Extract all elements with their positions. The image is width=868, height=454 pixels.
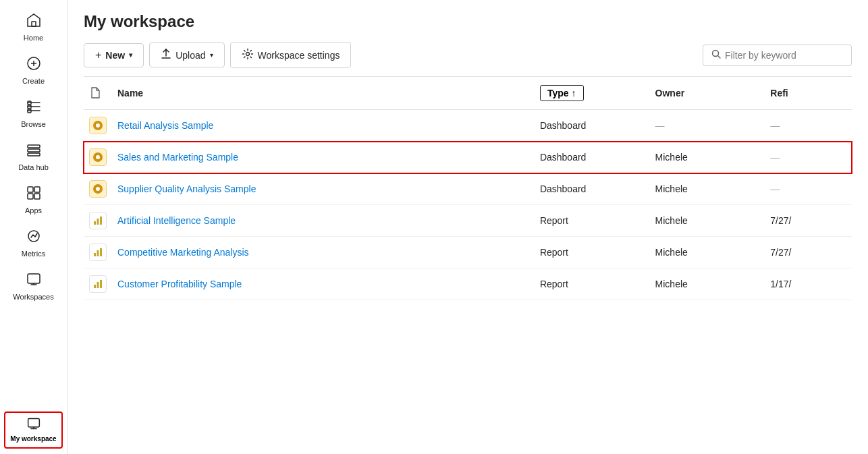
upload-button[interactable]: Upload ▾ xyxy=(149,42,224,67)
svg-rect-18 xyxy=(28,419,39,428)
row-name-cell[interactable]: Retail Analysis Sample xyxy=(112,110,535,142)
svg-rect-13 xyxy=(34,194,40,199)
search-icon xyxy=(711,49,721,61)
row-refreshed-cell: 7/27/ xyxy=(765,237,852,268)
svg-rect-35 xyxy=(94,253,96,256)
sidebar-item-home[interactable]: Home xyxy=(0,5,67,49)
svg-rect-33 xyxy=(97,219,99,225)
row-type-cell: Dashboard xyxy=(535,173,650,205)
table-row[interactable]: Retail Analysis SampleDashboard—— xyxy=(84,110,852,142)
sidebar-label-workspaces: Workspaces xyxy=(13,293,53,301)
svg-rect-9 xyxy=(28,153,40,156)
row-refreshed-cell: 1/17/ xyxy=(765,268,852,300)
report-icon xyxy=(89,212,107,229)
create-icon xyxy=(26,55,42,74)
workspace-settings-button[interactable]: Workspace settings xyxy=(230,42,352,68)
row-icon-cell xyxy=(84,237,112,268)
row-owner-cell: Michele xyxy=(650,268,765,300)
svg-rect-0 xyxy=(32,22,36,26)
svg-rect-15 xyxy=(28,274,40,283)
row-type-cell: Report xyxy=(535,268,650,300)
sidebar-item-workspaces[interactable]: Workspaces xyxy=(0,264,67,308)
sidebar: Home Create Browse xyxy=(0,0,67,454)
row-refreshed-cell: — xyxy=(765,173,852,205)
plus-icon: + xyxy=(95,49,101,61)
header: My workspace + New ▾ Upload ▾ xyxy=(67,0,868,77)
row-name-cell[interactable]: Customer Profitability Sample xyxy=(112,268,535,300)
sidebar-bottom: My workspace xyxy=(0,409,67,454)
table-area: Name Type ↑ Owner Refi xyxy=(67,77,868,454)
workspaces-icon xyxy=(26,271,42,290)
svg-line-25 xyxy=(718,55,721,58)
table-row[interactable]: Sales and Marketing SampleDashboardMiche… xyxy=(84,142,852,173)
metrics-icon xyxy=(26,228,42,247)
row-icon-cell xyxy=(84,110,112,142)
settings-icon xyxy=(242,48,254,62)
row-owner-cell: Michele xyxy=(650,173,765,205)
svg-rect-10 xyxy=(28,187,33,192)
svg-point-31 xyxy=(96,187,100,191)
upload-chevron-icon: ▾ xyxy=(210,51,213,59)
upload-label: Upload xyxy=(175,50,205,61)
row-owner-cell: Michele xyxy=(650,205,765,237)
row-refreshed-cell: — xyxy=(765,142,852,173)
row-icon-cell xyxy=(84,142,112,173)
sidebar-item-my-workspace[interactable]: My workspace xyxy=(4,412,63,449)
filter-input-wrapper[interactable] xyxy=(703,45,852,66)
upload-icon xyxy=(161,49,171,61)
table-row[interactable]: Competitive Marketing AnalysisReportMich… xyxy=(84,237,852,268)
sidebar-item-metrics[interactable]: Metrics xyxy=(0,221,67,264)
sidebar-label-metrics: Metrics xyxy=(22,250,45,258)
browse-icon xyxy=(26,98,42,117)
col-type-header[interactable]: Type ↑ xyxy=(535,77,650,110)
sidebar-item-create[interactable]: Create xyxy=(0,49,67,92)
row-type-cell: Report xyxy=(535,237,650,268)
table-header: Name Type ↑ Owner Refi xyxy=(84,77,852,110)
row-type-cell: Report xyxy=(535,205,650,237)
sidebar-label-browse: Browse xyxy=(21,120,46,128)
sidebar-item-browse[interactable]: Browse xyxy=(0,92,67,135)
svg-rect-39 xyxy=(97,282,99,288)
svg-rect-37 xyxy=(100,248,102,256)
apps-icon xyxy=(26,185,42,204)
toolbar: + New ▾ Upload ▾ xyxy=(84,42,852,77)
row-name-cell[interactable]: Sales and Marketing Sample xyxy=(112,142,535,173)
row-type-cell: Dashboard xyxy=(535,110,650,142)
dashboard-icon xyxy=(89,180,107,198)
workspace-settings-label: Workspace settings xyxy=(258,50,340,61)
col-refreshed-header: Refi xyxy=(765,77,852,110)
table-row[interactable]: Supplier Quality Analysis SampleDashboar… xyxy=(84,173,852,205)
sidebar-item-datahub[interactable]: Data hub xyxy=(0,135,67,178)
sidebar-label-apps: Apps xyxy=(25,206,42,215)
svg-rect-34 xyxy=(100,217,102,225)
type-sort-button[interactable]: Type ↑ xyxy=(540,85,584,101)
report-icon xyxy=(89,244,107,261)
row-name-cell[interactable]: Artificial Intelligence Sample xyxy=(112,205,535,237)
row-name-cell[interactable]: Competitive Marketing Analysis xyxy=(112,237,535,268)
row-name-cell[interactable]: Supplier Quality Analysis Sample xyxy=(112,173,535,205)
table-row[interactable]: Artificial Intelligence SampleReportMich… xyxy=(84,205,852,237)
new-button[interactable]: + New ▾ xyxy=(84,43,144,67)
row-type-cell: Dashboard xyxy=(535,142,650,173)
chevron-down-icon: ▾ xyxy=(129,51,132,59)
items-table: Name Type ↑ Owner Refi xyxy=(84,77,852,300)
svg-rect-32 xyxy=(94,221,96,225)
col-file-header xyxy=(84,77,112,110)
svg-rect-38 xyxy=(94,285,96,288)
datahub-icon xyxy=(26,142,42,161)
my-workspace-icon xyxy=(27,417,40,432)
filter-input[interactable] xyxy=(725,50,843,61)
report-icon xyxy=(89,275,107,293)
row-owner-cell: Michele xyxy=(650,142,765,173)
row-owner-cell: — xyxy=(650,110,765,142)
svg-point-29 xyxy=(96,155,100,159)
row-owner-cell: Michele xyxy=(650,237,765,268)
page-title: My workspace xyxy=(84,12,852,31)
table-row[interactable]: Customer Profitability SampleReportMiche… xyxy=(84,268,852,300)
sidebar-item-apps[interactable]: Apps xyxy=(0,178,67,221)
svg-rect-12 xyxy=(28,194,33,199)
col-owner-header: Owner xyxy=(650,77,765,110)
col-name-header: Name xyxy=(112,77,535,110)
new-label: New xyxy=(105,50,125,61)
svg-rect-7 xyxy=(28,145,40,148)
